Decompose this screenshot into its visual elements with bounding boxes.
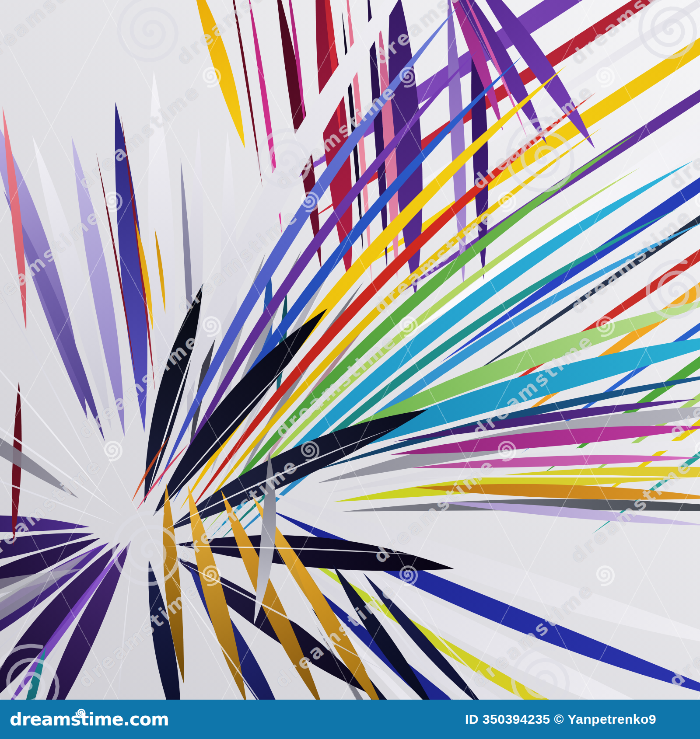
artwork-svg — [0, 0, 700, 700]
logo-spiral-icon — [75, 704, 87, 721]
logo-text: dreamstime.com — [10, 709, 169, 729]
dreamstime-logo: dreamstime.com — [10, 711, 169, 728]
stock-photo-page: dreamstimedreamstimedreamstimedreamstime… — [0, 0, 700, 739]
footer-bar: dreamstime.com ID 350394235 © Yanpetrenk… — [0, 700, 700, 739]
logo-spiral-glyph — [75, 707, 87, 718]
image-credit: ID 350394235 © Yanpetrenko9 — [465, 712, 656, 727]
abstract-artwork: dreamstimedreamstimedreamstimedreamstime… — [0, 0, 700, 700]
